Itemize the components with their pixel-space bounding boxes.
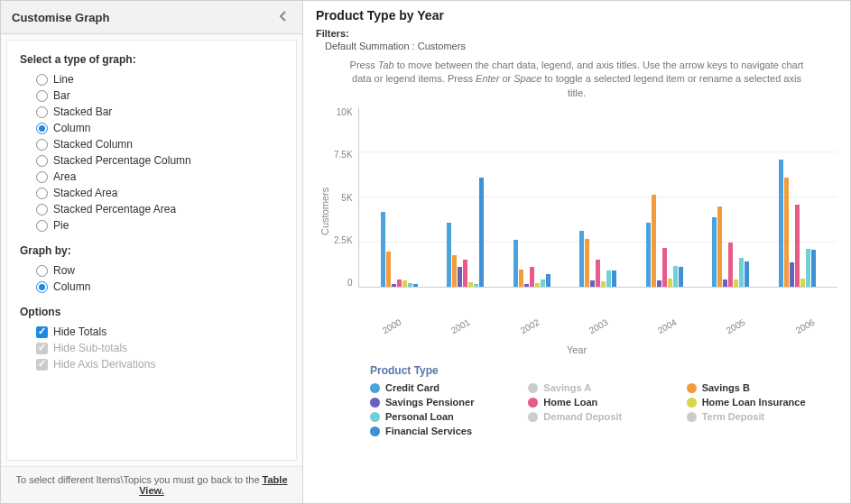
bar[interactable] xyxy=(447,223,451,288)
legend: Product Type Credit CardSavings ASavings… xyxy=(316,355,837,436)
legend-grid: Credit CardSavings ASavings BSavings Pen… xyxy=(370,382,837,436)
bar[interactable] xyxy=(530,267,534,287)
legend-item-personal-loan[interactable]: Personal Loan xyxy=(370,411,521,422)
bar[interactable] xyxy=(458,267,462,287)
bar[interactable] xyxy=(408,283,412,287)
graph-type-option-pie[interactable]: Pie xyxy=(36,217,283,234)
legend-item-savings-b[interactable]: Savings B xyxy=(687,382,837,393)
graph-by-option-row[interactable]: Row xyxy=(36,262,283,279)
graph-by-option-column[interactable]: Column xyxy=(36,279,283,295)
year-group-2000 xyxy=(366,107,432,287)
bar[interactable] xyxy=(717,206,722,288)
bar[interactable] xyxy=(784,178,789,287)
legend-item-home-loan[interactable]: Home Loan xyxy=(528,397,679,408)
legend-item-savings-pensioner[interactable]: Savings Pensioner xyxy=(370,397,521,408)
bar[interactable] xyxy=(652,195,656,287)
legend-dot-icon xyxy=(687,398,697,408)
legend-item-term-deposit[interactable]: Term Deposit xyxy=(687,411,837,422)
bar[interactable] xyxy=(606,270,611,287)
year-group-2001 xyxy=(432,107,498,287)
radio-label: Column xyxy=(53,280,90,293)
option-hide-axis-derivations: Hide Axis Derivations xyxy=(36,356,283,372)
bar[interactable] xyxy=(657,280,661,287)
options-list: Hide TotalsHide Sub-totalsHide Axis Deri… xyxy=(36,324,283,372)
collapse-sidebar-button[interactable] xyxy=(275,8,291,26)
legend-item-savings-a[interactable]: Savings A xyxy=(528,382,679,393)
radio-icon xyxy=(36,188,48,199)
bar[interactable] xyxy=(474,284,478,287)
graph-type-option-stacked-area[interactable]: Stacked Area xyxy=(36,185,283,201)
checkbox-icon xyxy=(36,343,48,354)
bar[interactable] xyxy=(479,178,484,287)
year-group-2002 xyxy=(499,107,565,287)
graph-type-option-stacked-column[interactable]: Stacked Column xyxy=(36,136,283,152)
bar[interactable] xyxy=(679,267,683,287)
bar[interactable] xyxy=(519,270,523,287)
graph-type-option-area[interactable]: Area xyxy=(36,169,283,185)
bar[interactable] xyxy=(392,284,396,287)
bar[interactable] xyxy=(513,240,518,287)
filters-value: Default Summation : Customers xyxy=(325,41,837,51)
radio-label: Row xyxy=(53,264,75,277)
bar[interactable] xyxy=(579,231,584,287)
bar[interactable] xyxy=(712,217,717,288)
bar[interactable] xyxy=(739,258,744,287)
bar[interactable] xyxy=(402,280,407,287)
radio-label: Stacked Bar xyxy=(53,105,112,118)
bar[interactable] xyxy=(546,274,550,287)
bar[interactable] xyxy=(668,279,672,287)
bar[interactable] xyxy=(413,284,418,287)
bar[interactable] xyxy=(590,280,595,287)
bar[interactable] xyxy=(779,160,783,287)
x-axis-title[interactable]: Year xyxy=(316,344,837,355)
legend-dot-icon xyxy=(687,412,697,422)
graph-type-option-stacked-percentage-area[interactable]: Stacked Percentage Area xyxy=(36,201,283,217)
legend-item-home-loan-insurance[interactable]: Home Loan Insurance xyxy=(687,397,837,408)
graph-by-label: Graph by: xyxy=(20,244,283,257)
bar[interactable] xyxy=(662,248,667,287)
bar[interactable] xyxy=(790,262,794,287)
bar[interactable] xyxy=(596,260,600,287)
page-title: Product Type by Year xyxy=(316,8,837,23)
bar[interactable] xyxy=(452,255,457,287)
option-hide-totals[interactable]: Hide Totals xyxy=(36,324,283,340)
year-group-2005 xyxy=(698,107,763,287)
bar[interactable] xyxy=(585,239,589,287)
bar[interactable] xyxy=(524,284,529,287)
bar[interactable] xyxy=(745,261,749,287)
legend-item-financial-services[interactable]: Financial Services xyxy=(370,426,521,436)
bar[interactable] xyxy=(728,243,733,287)
legend-dot-icon xyxy=(528,383,538,393)
main-panel: Product Type by Year Filters: Default Su… xyxy=(303,1,850,503)
bar[interactable] xyxy=(646,223,651,288)
bar[interactable] xyxy=(601,281,606,287)
bar[interactable] xyxy=(800,279,805,287)
graph-type-option-column[interactable]: Column xyxy=(36,120,283,136)
bar[interactable] xyxy=(612,270,616,287)
bar[interactable] xyxy=(468,282,473,287)
bar[interactable] xyxy=(723,279,727,287)
graph-type-option-stacked-bar[interactable]: Stacked Bar xyxy=(36,104,283,120)
bar[interactable] xyxy=(397,279,402,287)
y-axis-title[interactable]: Customers xyxy=(316,107,334,315)
legend-label: Demand Deposit xyxy=(543,411,622,422)
legend-item-credit-card[interactable]: Credit Card xyxy=(370,382,521,393)
bar[interactable] xyxy=(386,252,391,287)
plot-canvas[interactable] xyxy=(358,107,837,288)
sidebar-header: Customise Graph xyxy=(1,1,302,34)
bar[interactable] xyxy=(535,283,540,287)
bar[interactable] xyxy=(811,250,816,287)
bar[interactable] xyxy=(734,279,738,287)
checkbox-label: Hide Axis Derivations xyxy=(53,358,155,371)
legend-item-demand-deposit[interactable]: Demand Deposit xyxy=(528,411,679,422)
bar[interactable] xyxy=(795,205,800,288)
bar[interactable] xyxy=(673,266,678,287)
graph-type-option-line[interactable]: Line xyxy=(36,71,283,87)
bar[interactable] xyxy=(806,249,810,287)
checkbox-icon xyxy=(36,326,48,338)
bar[interactable] xyxy=(541,279,545,287)
bar[interactable] xyxy=(381,212,385,288)
graph-type-option-bar[interactable]: Bar xyxy=(36,87,283,104)
bar[interactable] xyxy=(463,260,467,287)
graph-type-option-stacked-percentage-column[interactable]: Stacked Percentage Column xyxy=(36,152,283,169)
